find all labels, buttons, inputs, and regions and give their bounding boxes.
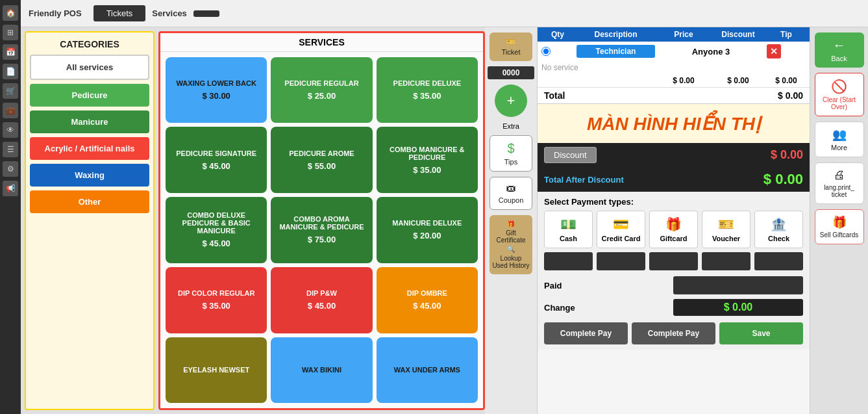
pay-cash[interactable]: 💵 Cash [544,211,593,248]
coupon-button[interactable]: 🎟 Coupon [490,177,532,210]
pay-giftcard[interactable]: 🎁 Giftcard [649,211,698,248]
settings-icon[interactable]: ⚙ [3,161,18,177]
service-wax-bikini[interactable]: WAX BIKINI [271,337,372,403]
action-panel: 🎫 Ticket 0000 + Extra $ Tips 🎟 Coupon 🎁 … [485,27,537,414]
pay-credit-card[interactable]: 💳 Credit Card [597,211,645,248]
service-pedicure-deluxe[interactable]: PEDICURE DELUXE $ 35.00 [377,57,478,123]
speaker-icon[interactable]: 📢 [3,181,18,196]
eye-icon[interactable]: 👁 [3,122,18,138]
service-dip-color-regular[interactable]: DIP COLOR REGULAR $ 35.00 [166,267,267,333]
technician-row: Technician Anyone 3 ✕ [538,42,810,61]
cat-manicure[interactable]: Manicure [30,110,149,133]
order-table: Qty Description Price Discount Tip Techn… [538,27,810,104]
service-pedicure-regular[interactable]: PEDICURE REGULAR $ 25.00 [271,57,372,123]
complete-buttons: Complete Pay Complete Pay Save [544,318,803,344]
service-combo-manicure-pedicure[interactable]: COMBO MANICURE & PEDICURE $ 35.00 [377,127,478,192]
order-total-row: Total $ 0.00 [538,87,810,103]
brand-label: Friendly POS [29,8,82,18]
tips-button[interactable]: $ Tips [490,135,532,172]
cat-pedicure[interactable]: Pedicure [30,84,149,107]
ticket-icon: 🎫 [506,38,515,46]
service-dip-ombre[interactable]: DIP OMBRE $ 45.00 [377,267,478,333]
change-row: Change $ 0.00 [544,296,803,318]
extra-button[interactable]: + [495,84,527,117]
categories-panel: CATEGORIES All services Pedicure Manicur… [25,31,155,410]
pay-check[interactable]: 🏦 Check [754,211,803,248]
check-input[interactable] [754,252,803,270]
far-right-panel: ← Back 🚫 Clear (Start Over) 👥 More 🖨 lan… [810,27,868,414]
payment-title: Select Payment types: [544,197,803,207]
delete-technician-button[interactable]: ✕ [767,44,781,58]
order-totals: $ 0.00 $ 0.00 $ 0.00 [538,74,810,87]
main-content: Friendly POS Tickets Services CATEGORIES… [21,0,868,414]
list-icon[interactable]: ☰ [3,142,18,157]
service-wax-under-arms[interactable]: WAX Under arms [377,337,478,403]
credit-card-icon: 💳 [613,216,629,232]
extra-label: Extra [502,122,519,130]
briefcase-icon[interactable]: 💼 [3,103,18,118]
print-ticket-button[interactable]: 🖨 lang.print_ ticket [815,162,864,204]
voucher-input[interactable] [702,252,750,270]
service-manicure-deluxe[interactable]: MANICURE DELUXE $ 20.00 [377,197,478,263]
billing-panel: Qty Description Price Discount Tip Techn… [537,27,810,414]
service-eyelash-newset[interactable]: EYELASH NEWSET [166,337,267,403]
services-title: SERVICES [160,33,483,52]
total-after-label: Total After Discount [544,175,624,185]
clear-icon: 🚫 [831,79,847,94]
cart-icon[interactable]: 🛒 [3,83,18,99]
print-icon: 🖨 [834,168,845,182]
clear-button[interactable]: 🚫 Clear (Start Over) [815,73,864,116]
ticket-button[interactable]: 🎫 Ticket [490,32,532,61]
cat-waxing[interactable]: Waxing [30,164,149,187]
save-button[interactable]: Save [719,322,803,344]
cat-all-services[interactable]: All services [30,55,149,80]
giftcard-input[interactable] [649,252,698,270]
paid-input[interactable] [673,276,803,294]
service-pedicure-signature[interactable]: PEDICURE SIGNATURE $ 45.00 [166,127,267,192]
tab-services-btn[interactable] [193,10,219,17]
change-value: $ 0.00 [673,299,803,316]
giftcard-icon: 🎁 [665,216,682,232]
left-sidebar: 🏠 ⊞ 📅 📄 🛒 💼 👁 ☰ ⚙ 📢 [0,0,21,414]
cash-input[interactable] [544,252,593,270]
payment-types: 💵 Cash 💳 Credit Card 🎁 Giftcard 🎫 Vouche… [544,211,803,248]
cat-other[interactable]: Other [30,190,149,213]
total-after-row: Total After Discount $ 0.00 [538,167,810,192]
paid-label: Paid [544,281,562,291]
service-waxing-lower-back[interactable]: Waxing Lower back $ 30.00 [166,57,267,123]
service-dip-pw[interactable]: DIP P&W $ 45.00 [271,267,372,333]
content-row: CATEGORIES All services Pedicure Manicur… [21,27,868,414]
more-button[interactable]: 👥 More [815,122,864,157]
service-combo-deluxe-pedicure[interactable]: COMBO DELUXE PEDICURE & BASIC MANICURE $… [166,197,267,263]
back-button[interactable]: ← Back [815,32,864,68]
check-icon: 🏦 [771,216,787,232]
grid-icon[interactable]: ⊞ [3,25,18,40]
tab-services-label: Services [152,8,187,18]
technician-name: Anyone 3 [658,47,764,57]
total-after-value: $ 0.00 [763,171,803,188]
cat-acrylic[interactable]: Acrylic / Artificial nails [30,137,149,160]
paid-row: Paid [544,274,803,296]
complete-pay-button-2[interactable]: Complete Pay [632,322,715,344]
home-icon[interactable]: 🏠 [3,5,18,21]
tab-tickets[interactable]: Tickets [93,5,146,21]
discount-button[interactable]: Discount [544,147,597,163]
service-pedicure-arome[interactable]: PEDICURE AROME $ 55.00 [271,127,372,192]
no-service-label: No service [538,61,810,74]
complete-pay-button-1[interactable]: Complete Pay [544,322,628,344]
credit-input[interactable] [597,252,645,270]
services-panel: SERVICES Waxing Lower back $ 30.00 PEDIC… [158,31,485,410]
service-combo-aroma[interactable]: COMBO AROMA MANICURE & PEDICURE $ 75.00 [271,197,372,263]
technician-button[interactable]: Technician [577,45,655,58]
payment-section: Select Payment types: 💵 Cash 💳 Credit Ca… [538,192,810,350]
calendar-icon[interactable]: 📅 [3,44,18,60]
sell-giftcards-button[interactable]: 🎁 Sell Giftcards [815,209,864,244]
tech-radio[interactable] [541,47,551,56]
header: Friendly POS Tickets Services [21,0,868,27]
dollar-icon: $ [507,141,514,156]
document-icon[interactable]: 📄 [3,64,18,79]
pay-voucher[interactable]: 🎫 Voucher [702,211,750,248]
discount-value: $ 0.00 [771,148,803,162]
more-icon: 👥 [832,127,847,142]
gift-cert-button[interactable]: 🎁 Gift Certificate 🔍 Lookup Used History [490,215,532,274]
